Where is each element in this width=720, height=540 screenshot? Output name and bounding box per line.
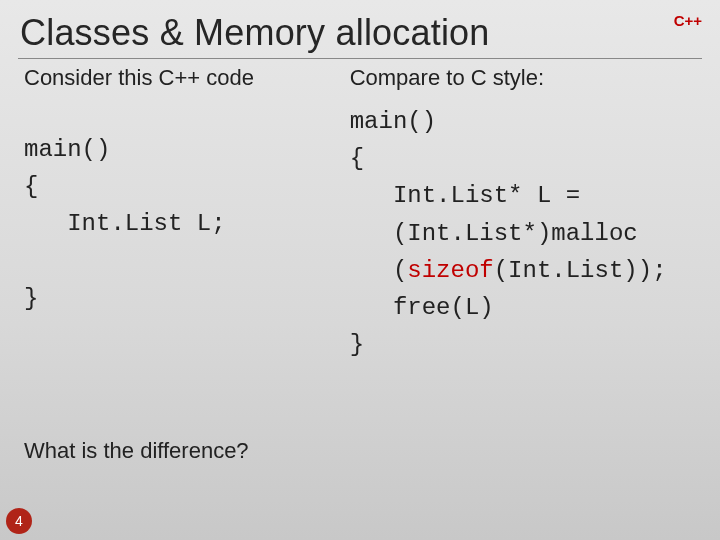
left-column: Consider this C++ code main() { Int.List… bbox=[6, 65, 332, 363]
code-line: free(L) bbox=[350, 294, 494, 321]
code-line: Int.List* L = bbox=[350, 182, 580, 209]
left-subhead: Consider this C++ code bbox=[24, 65, 320, 91]
right-subhead: Compare to C style: bbox=[350, 65, 702, 91]
footer-question: What is the difference? bbox=[24, 438, 249, 464]
code-line: } bbox=[24, 285, 38, 312]
code-line: Int.List L; bbox=[24, 210, 226, 237]
page-number-badge: 4 bbox=[6, 508, 32, 534]
left-code-block: main() { Int.List L; } bbox=[24, 131, 320, 317]
code-line: (sizeof(Int.List)); bbox=[350, 257, 667, 284]
slide: C++ Classes & Memory allocation Consider… bbox=[6, 6, 714, 534]
language-tag: C++ bbox=[674, 12, 702, 29]
title-rule bbox=[18, 58, 702, 59]
code-line: (Int.List*)malloc bbox=[350, 220, 638, 247]
keyword-sizeof: sizeof bbox=[407, 257, 493, 284]
slide-title: Classes & Memory allocation bbox=[6, 6, 714, 54]
code-line: } bbox=[350, 331, 364, 358]
code-line: { bbox=[24, 173, 38, 200]
right-code-block: main() { Int.List* L = (Int.List*)malloc… bbox=[350, 103, 702, 363]
content-row: Consider this C++ code main() { Int.List… bbox=[6, 65, 714, 363]
code-line: main() bbox=[350, 108, 436, 135]
code-line: main() bbox=[24, 136, 110, 163]
code-line: { bbox=[350, 145, 364, 172]
right-column: Compare to C style: main() { Int.List* L… bbox=[332, 65, 714, 363]
